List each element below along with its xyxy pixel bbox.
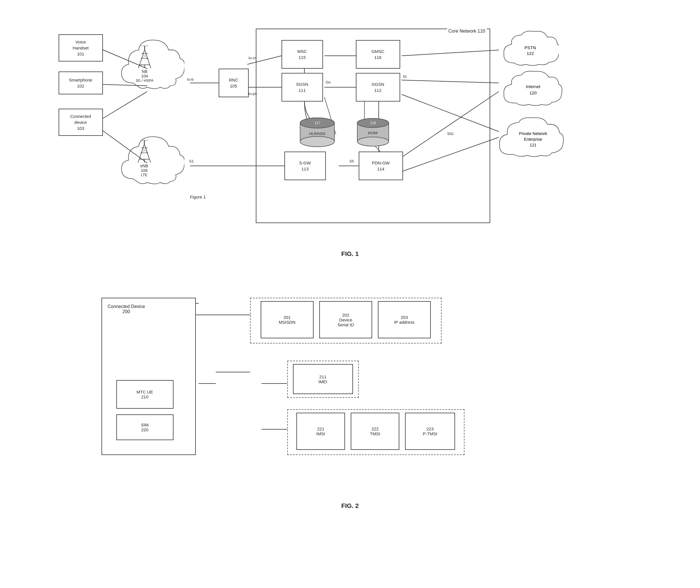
gmsc-label: GMSC116 [372, 48, 384, 60]
device-serial-box: 202DeviceSerial ID [319, 301, 372, 338]
internet-cloud: Internet 120 [502, 69, 565, 111]
pstn-cloud: PSTN 122 [502, 29, 559, 71]
mtc-ue-box: MTC UE210 [116, 380, 173, 409]
svg-text:120: 120 [529, 90, 537, 95]
fig2-container: Connected Device200 MTC UE210 SIM220 201… [36, 275, 665, 510]
private-svg: Private Network Enterprise 121 [497, 114, 569, 163]
ip-address-box: 203IP address [378, 301, 431, 338]
hlrhss-svg: HLR/HSS 117 [299, 117, 336, 149]
imei-label: 211IMEI [318, 374, 327, 384]
tmsi-box: 222TMSI [351, 413, 399, 450]
voice-handset-label: VoiceHandset101 [73, 39, 89, 57]
smartphone-box: Smartphone102 [59, 71, 103, 94]
core-network-label: Core Network 110 [447, 29, 487, 34]
msc-box: MSC115 [282, 40, 323, 69]
sim-label: SIM220 [141, 423, 149, 432]
svg-point-54 [357, 137, 389, 146]
figure-1-caption: Figure 1 [190, 194, 206, 199]
imsi-label: 221IMSI [316, 427, 325, 436]
fig2-diagram: Connected Device200 MTC UE210 SIM220 201… [93, 275, 607, 498]
msisdn-box: 201MSISDN [261, 301, 314, 338]
msc-label: MSC115 [297, 48, 307, 60]
cloud-lte [116, 131, 184, 189]
pcrf-cylinder: PCRF 118 [356, 117, 390, 149]
sgw-box: S-GW113 [284, 151, 326, 180]
top-dashed-box: 201MSISDN 202DeviceSerial ID 203IP addre… [250, 298, 442, 344]
tmsi-label: 222TMSI [370, 427, 380, 436]
fig1-title: FIG. 1 [341, 250, 359, 258]
hlrhss-cylinder: HLR/HSS 117 [299, 117, 336, 149]
internet-svg: Internet 120 [502, 69, 565, 111]
connected-device-box: Connecteddevice103 [59, 109, 103, 136]
cloud-lte-svg [116, 131, 184, 189]
fig1-container: VoiceHandset101 Smartphone102 Connectedd… [36, 11, 665, 258]
msisdn-label: 201MSISDN [279, 315, 295, 325]
pcrf-svg: PCRF 118 [356, 117, 390, 149]
connected-device-200-label: Connected Device200 [108, 304, 145, 314]
sim-box: SIM220 [116, 415, 173, 440]
svg-line-2 [100, 91, 147, 120]
svg-text:121: 121 [530, 143, 537, 147]
bot-dashed-box: 221IMSI 222TMSI 223P-TMSI [287, 409, 464, 455]
gmsc-box: GMSC116 [356, 40, 400, 69]
page-container: VoiceHandset101 Smartphone102 Connectedd… [11, 11, 689, 510]
svg-text:PCRF: PCRF [368, 131, 378, 135]
svg-text:118: 118 [370, 121, 376, 125]
sgw-label: S-GW113 [299, 160, 311, 172]
iub-label: Iu-b [187, 77, 194, 81]
svg-text:Enterprise: Enterprise [524, 137, 542, 141]
mtc-ue-label: MTC UE210 [137, 390, 153, 399]
svg-text:HLR/HSS: HLR/HSS [309, 131, 325, 136]
ggsn-box: GGSN112 [356, 73, 400, 101]
svg-text:122: 122 [527, 51, 534, 56]
ggsn-label: GGSN112 [372, 81, 384, 93]
sgsn-label: SGSN111 [296, 81, 308, 93]
ip-address-label: 203IP address [394, 315, 414, 325]
rnc-label: RNC105 [229, 77, 238, 89]
s1-label: S1 [189, 159, 194, 163]
svg-text:Internet: Internet [526, 84, 541, 89]
pdngw-label: PDN-GW114 [372, 160, 390, 172]
cloud-3g-svg [116, 34, 184, 94]
pstn-svg: PSTN 122 [502, 29, 559, 71]
voice-handset-box: VoiceHandset101 [59, 34, 103, 61]
connected-device-200-box: Connected Device200 MTC UE210 SIM220 [101, 298, 196, 455]
sgsn-box: SGSN111 [282, 73, 323, 101]
iucs-label: Iu-cs [249, 56, 257, 60]
ptmsi-box: 223P-TMSI [405, 413, 455, 450]
svg-point-48 [300, 136, 334, 147]
device-serial-label: 202DeviceSerial ID [338, 313, 354, 327]
pdngw-box: PDN-GW114 [359, 151, 403, 180]
mid-dashed-box: 211IMEI [287, 361, 359, 398]
rnc-box: RNC105 [219, 69, 249, 97]
cloud-3g [116, 34, 184, 94]
ptmsi-label: 223P-TMSI [423, 427, 437, 436]
imsi-box: 221IMSI [296, 413, 345, 450]
fig2-title: FIG. 2 [341, 502, 359, 510]
svg-text:PSTN: PSTN [524, 45, 536, 50]
private-network-cloud: Private Network Enterprise 121 [497, 114, 569, 163]
svg-text:Private Network: Private Network [519, 131, 547, 136]
fig1-diagram: VoiceHandset101 Smartphone102 Connectedd… [50, 11, 650, 246]
imei-box: 211IMEI [293, 364, 353, 394]
svg-text:117: 117 [314, 121, 320, 125]
smartphone-label: Smartphone102 [69, 77, 92, 89]
connected-device-label: Connecteddevice103 [70, 113, 91, 131]
